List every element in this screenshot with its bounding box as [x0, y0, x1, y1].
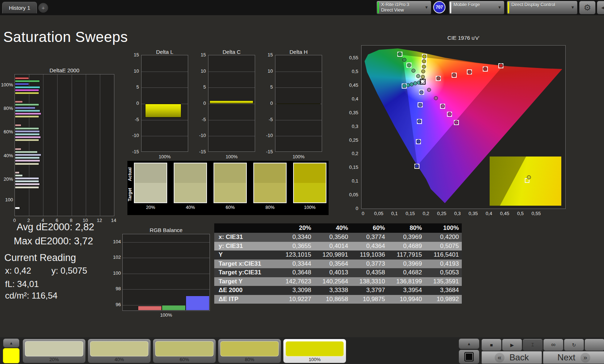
rgb-balance-chart	[122, 234, 210, 311]
continuous-button[interactable]: ∞	[543, 339, 563, 351]
gridline	[275, 120, 322, 120]
table-header-cell: 20%	[277, 223, 314, 233]
deltae-bar-20%-3	[15, 180, 39, 183]
cie-1976-chart	[361, 45, 566, 209]
gridline	[275, 136, 322, 136]
row-value: 120,9891	[314, 250, 351, 260]
swatch-target	[214, 183, 246, 202]
play-button[interactable]: ▶	[502, 339, 522, 351]
inset-measured-circle	[527, 175, 531, 179]
actual-target-swatch-strip: Actual Target 20%40%60%80%100%	[127, 161, 329, 215]
row-label: Target Y	[214, 277, 277, 286]
deltae-bar-100-0	[15, 207, 20, 209]
level-button-20%[interactable]: 20%	[22, 339, 86, 363]
meter-mode: Direct View	[381, 8, 404, 13]
pattern-panel-expand-button[interactable]: ▲	[3, 338, 20, 348]
current-patch-swatch[interactable]	[3, 348, 20, 363]
deltae-bar-20%-1	[15, 174, 23, 177]
play-icon: ▶	[510, 342, 514, 348]
workflow-dropdown[interactable]: Direct Display Control ▼	[507, 1, 578, 14]
deltae-bar-60%-0	[15, 124, 21, 127]
deltae-bar-100%-5	[15, 92, 39, 94]
deltae-bar-60%-1	[15, 127, 39, 130]
source-dropdown[interactable]: Mobile Forge ▼	[449, 1, 504, 14]
avg-de2000-readout: Avg dE2000: 2,82	[17, 222, 94, 233]
workflow-status-bar	[508, 2, 509, 13]
level-label: 20%	[23, 357, 85, 362]
cie-measured-circle-red	[436, 76, 440, 80]
chevron-down-icon: ▼	[425, 5, 428, 9]
row-value: 10,9227	[277, 295, 314, 304]
chart-delta_l	[141, 55, 188, 152]
cie-x-tick: 0,1	[387, 211, 402, 216]
meter-dropdown[interactable]: X-Rite i1Pro 3 Direct View ▼	[376, 1, 431, 14]
level-button-80%[interactable]: 80%	[218, 339, 281, 363]
y-tick-label: -10	[195, 133, 206, 138]
level-label: 60%	[153, 357, 216, 362]
row-value: 0,3774	[351, 233, 388, 242]
row-value: 0,3655	[277, 242, 314, 251]
cie-x-tick: 0,45	[498, 211, 512, 216]
row-value: 0,3344	[277, 260, 314, 269]
single-measure-icon: ⌶	[531, 342, 534, 348]
gridline	[208, 120, 255, 120]
row-value: 10,9875	[351, 295, 388, 304]
deltae2000-chart	[14, 74, 114, 216]
level-button-60%[interactable]: 60%	[153, 339, 216, 363]
deltae-bar-40%-5	[15, 163, 39, 165]
table-row: Target x:CIE310,33440,35640,37730,39690,…	[214, 260, 462, 269]
table-header-cell: 80%	[388, 223, 425, 233]
reading-x: x: 0,42	[5, 266, 31, 276]
back-button[interactable]: « Back	[481, 351, 542, 364]
y-tick-label: 10	[128, 68, 139, 74]
swatch-60%	[214, 163, 247, 203]
next-button[interactable]: Next »	[543, 351, 604, 364]
row-value: 0,4682	[388, 268, 425, 277]
swatch-actual	[294, 163, 326, 183]
gridline	[142, 120, 188, 120]
cie-x-tick: 0,35	[466, 211, 481, 216]
level-swatch	[220, 341, 279, 356]
y-tick-label: 0	[195, 100, 206, 106]
row-value: 116,5401	[425, 250, 462, 260]
transport-panel-expand-button[interactable]: ▲	[459, 338, 480, 349]
level-button-40%[interactable]: 40%	[88, 339, 151, 363]
level-button-100%[interactable]: 100%	[283, 339, 346, 363]
meter-count-badge[interactable]: 707	[433, 1, 445, 13]
table-row: Target y:CIE310,36480,40130,43580,46820,…	[214, 268, 462, 277]
extra-button[interactable]	[584, 339, 604, 351]
level-label: 100%	[283, 357, 346, 362]
cie-y-tick: 0,05	[339, 192, 358, 197]
cie-measured-circle-yellow	[421, 75, 425, 79]
deltae-bar-80%-3	[15, 110, 40, 112]
single-measure-button[interactable]: ⌶	[523, 339, 543, 351]
row-value: 0,4014	[314, 242, 351, 251]
tab-history-1[interactable]: History 1	[2, 2, 37, 13]
cie-x-tick: 0,55	[529, 211, 544, 216]
collapse-panel-button[interactable]: ◀	[597, 1, 604, 14]
deltae-bar-40%-1	[15, 151, 38, 153]
deltae-bar-100%-3	[15, 86, 40, 89]
gridline	[123, 289, 210, 290]
cie-x-tick: 0,05	[372, 211, 386, 216]
mini-chart-title-delta_l: Delta L	[134, 49, 195, 55]
stop-button[interactable]: ■	[481, 339, 502, 351]
table-row: Target Y142,7623140,2564138,3310136,8199…	[214, 277, 462, 286]
add-tab-button[interactable]: +	[38, 3, 48, 13]
badge-label: 707	[436, 5, 443, 10]
y-tick-label: 15	[195, 52, 206, 57]
settings-button[interactable]: ⚙	[579, 1, 596, 14]
refresh-button[interactable]: ↻	[564, 339, 584, 351]
gridline	[57, 74, 58, 216]
y-tick-label: 10	[195, 68, 206, 74]
reading-y: y: 0,5075	[51, 266, 87, 276]
cie-measured-circle-yellow	[421, 69, 425, 73]
rgb-y-tick: 104	[109, 239, 121, 244]
mini-x-label: 100%	[208, 154, 255, 159]
cie-measured-circle-yellow	[422, 65, 426, 69]
deltae-bar-100%-0	[15, 77, 29, 80]
table-header-cell	[214, 223, 277, 233]
deltae-bar-100%-2	[15, 83, 29, 85]
deltae-bar-100%-1	[15, 80, 40, 82]
pattern-window-button[interactable]	[459, 350, 480, 364]
